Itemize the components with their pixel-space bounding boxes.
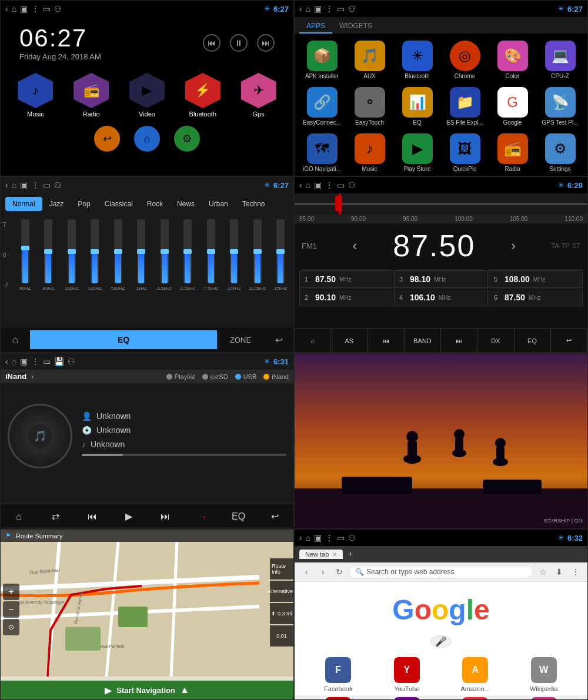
app-settings[interactable]: ⚙ Settings [537, 131, 583, 175]
eq-band-25khz[interactable]: 2.5kHz [178, 219, 199, 291]
app-google[interactable]: G Google [490, 85, 535, 129]
app-radio[interactable]: 📻 Radio [66, 73, 117, 118]
preset-4[interactable]: 4106.10MHz [394, 289, 488, 306]
prev-btn[interactable]: ⏮ [203, 34, 220, 52]
browser-back-btn[interactable]: ‹ [299, 565, 313, 579]
music-back-btn[interactable]: ↩ [257, 504, 293, 528]
radio-next-btn[interactable]: › [511, 237, 516, 254]
radio-prev-tune-btn[interactable]: ⏮ [368, 329, 405, 352]
quick-link-instagram[interactable]: I Instagram [512, 697, 576, 700]
p3-recents-icon[interactable]: ▣ [20, 180, 28, 190]
preset-2[interactable]: 290.10MHz [299, 289, 393, 306]
app-bluetooth-drawer[interactable]: ✳ Bluetooth [395, 38, 440, 82]
next-btn[interactable]: ⏭ [257, 34, 275, 52]
home-btn[interactable]: ⌂ [134, 126, 160, 152]
zoom-fit-btn[interactable]: ⊙ [3, 619, 19, 635]
music-shuffle-btn[interactable]: ⇄ [37, 504, 74, 528]
quick-link-facebook[interactable]: F Facebook [306, 657, 370, 692]
eq-band-75khz[interactable]: 7.5kHz [201, 219, 222, 291]
app-playstore[interactable]: ▶ Play Store [395, 131, 440, 175]
source-inand[interactable]: iNand [263, 373, 289, 380]
p4-recents-icon[interactable]: ▣ [314, 180, 322, 190]
radio-eq-btn[interactable]: EQ [514, 329, 551, 352]
bookmark-btn[interactable]: ☆ [536, 565, 550, 579]
quick-link-youtube[interactable]: Y YouTube [375, 657, 439, 692]
music-play-btn[interactable]: ▶ [111, 504, 147, 528]
zoom-in-btn[interactable]: + [3, 584, 19, 600]
recents-icon[interactable]: ▣ [20, 4, 28, 14]
eq-band-15k[interactable]: 15kHz [270, 219, 292, 291]
radio-band-btn[interactable]: BAND [405, 329, 441, 352]
quick-link-amazon[interactable]: A Amazon... [443, 657, 507, 692]
radio-back-btn[interactable]: ↩ [551, 329, 587, 352]
radio-next-tune-btn[interactable]: ⏭ [441, 329, 477, 352]
p3-menu-icon[interactable]: ⋮ [31, 180, 39, 190]
home-icon[interactable]: ⌂ [12, 4, 16, 14]
music-home-btn[interactable]: ⌂ [1, 504, 37, 528]
p8-menu-icon[interactable]: ⋮ [325, 533, 333, 542]
app-eq[interactable]: 📊 EQ [395, 85, 440, 129]
quick-link-ebay[interactable]: E eBay [443, 697, 507, 700]
app-music[interactable]: ♪ Music [10, 73, 61, 118]
app-radio-drawer[interactable]: 📻 Radio [490, 131, 535, 175]
music-eq-btn[interactable]: EQ [220, 504, 257, 528]
browser-refresh-btn[interactable]: ↻ [332, 565, 346, 579]
app-esfile[interactable]: 📁 ES File Expl... [442, 85, 487, 129]
p8-back-icon[interactable]: ‹ [299, 533, 302, 542]
alternatives-btn[interactable]: Alternatives [270, 581, 293, 602]
source-expand-icon[interactable]: › [31, 373, 34, 381]
preset-6[interactable]: 687.50MHz [489, 289, 583, 306]
p2-menu-icon[interactable]: ⋮ [325, 4, 333, 14]
app-color[interactable]: 🎨 Color [490, 38, 535, 82]
tab-apps[interactable]: APPS [299, 19, 332, 34]
eq-band-60hz[interactable]: 60HZ [15, 219, 36, 291]
start-navigation-btn[interactable]: Start Navigation [116, 686, 175, 695]
browser-more-btn[interactable]: ⋮ [569, 565, 583, 579]
app-igo[interactable]: 🗺 iGO Navigati... [299, 131, 345, 175]
eq-band-125khz[interactable]: 12.5kHz [247, 219, 268, 291]
preset-3[interactable]: 398.10MHz [394, 270, 488, 288]
p3-home-icon[interactable]: ⌂ [12, 180, 16, 190]
eq-band-120hz[interactable]: 120HZ [85, 219, 106, 291]
browser-url-bar[interactable]: 🔍 Search or type web address [349, 565, 533, 578]
app-apk-installer[interactable]: 📦 APK installer [299, 38, 345, 82]
radio-dx-btn[interactable]: DX [477, 329, 514, 352]
pause-btn[interactable]: ⏸ [230, 34, 248, 52]
map-bottom-bar[interactable]: ▶ Start Navigation ▲ [1, 681, 293, 699]
eq-tab-classical[interactable]: Classical [98, 197, 140, 211]
back-icon[interactable]: ‹ [5, 4, 8, 14]
preset-5[interactable]: 5108.00MHz [489, 270, 583, 288]
settings-btn[interactable]: ⚙ [174, 126, 200, 152]
app-quickpic[interactable]: 🖼 QuickPic [442, 131, 487, 175]
zoom-out-btn[interactable]: − [3, 601, 19, 618]
eq-tab-normal[interactable]: Normal [5, 197, 42, 211]
eq-band-100hz[interactable]: 100HZ [61, 219, 82, 291]
quick-link-espn[interactable]: E ESPN.com [306, 697, 370, 700]
p5-home-icon[interactable]: ⌂ [12, 357, 16, 366]
music-prev-btn[interactable]: ⏮ [74, 504, 111, 528]
menu-icon[interactable]: ⋮ [31, 4, 39, 14]
eq-center-label[interactable]: EQ [30, 330, 217, 349]
p2-recents-icon[interactable]: ▣ [314, 4, 322, 14]
radio-prev-btn[interactable]: ‹ [353, 237, 358, 254]
browser-active-tab[interactable]: New tab ✕ [299, 550, 343, 559]
preset-1[interactable]: 187.50MHz [299, 270, 393, 288]
tab-close-btn[interactable]: ✕ [332, 551, 337, 558]
eq-tab-news[interactable]: News [170, 197, 202, 211]
p5-back-icon[interactable]: ‹ [5, 357, 8, 366]
app-chrome[interactable]: ◎ Chrome [442, 38, 487, 82]
radio-home-btn[interactable]: ⌂ [295, 329, 331, 352]
quick-link-wikipedia[interactable]: W Wikipedia [512, 657, 576, 692]
voice-search-btn[interactable]: 🎤 [430, 635, 452, 648]
browser-forward-btn[interactable]: › [316, 565, 330, 579]
eq-tab-jazz[interactable]: Jazz [42, 197, 71, 211]
app-gps[interactable]: ✈ Gps [233, 73, 284, 118]
source-playlist[interactable]: Playlist [166, 373, 195, 380]
eq-band-15khz[interactable]: 1.5kHz [154, 219, 175, 291]
eq-band-500hz[interactable]: 500HZ [108, 219, 129, 291]
p2-home-icon[interactable]: ⌂ [306, 4, 310, 14]
quick-link-yahoo[interactable]: Y Yahoo [375, 697, 439, 700]
eq-band-80hz[interactable]: 80HZ [38, 219, 59, 291]
p5-menu-icon[interactable]: ⋮ [31, 357, 39, 366]
source-usb[interactable]: USB [235, 373, 257, 380]
